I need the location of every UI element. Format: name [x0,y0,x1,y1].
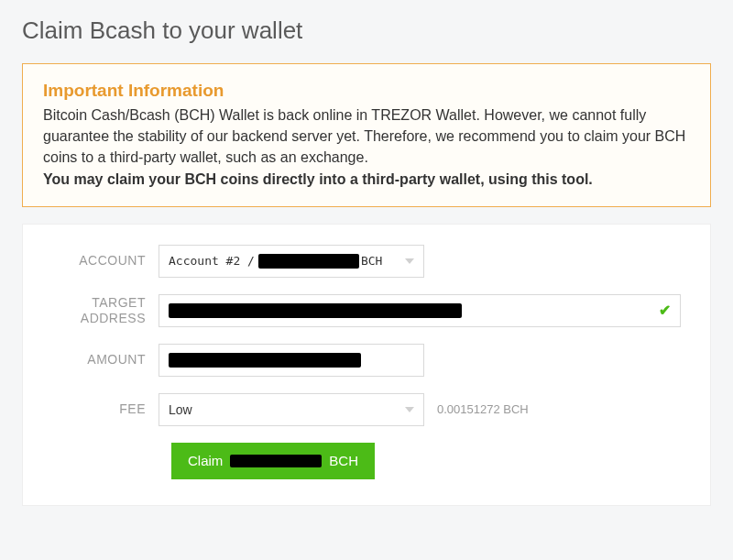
target-address-label: TARGET ADDRESS [49,295,159,326]
amount-redacted [169,353,361,368]
account-label: ACCOUNT [49,253,159,269]
amount-label: AMOUNT [49,352,159,368]
chevron-down-icon [405,258,414,264]
target-address-redacted [169,303,462,318]
account-prefix: Account #2 / [169,254,255,268]
target-address-input[interactable]: ✔ [159,294,681,327]
check-icon: ✔ [659,302,671,319]
amount-input[interactable] [159,344,424,377]
page-title: Claim Bcash to your wallet [22,16,711,45]
claim-button-suffix: BCH [329,453,358,468]
important-notice: Important Information Bitcoin Cash/Bcash… [22,63,711,207]
account-select[interactable]: Account #2 / BCH [159,245,424,278]
claim-button[interactable]: Claim BCH [171,443,375,479]
fee-display: 0.00151272 BCH [437,402,529,416]
fee-label: FEE [49,401,159,417]
fee-select[interactable]: Low [159,393,424,426]
claim-button-prefix: Claim [188,453,223,468]
notice-body: Bitcoin Cash/Bcash (BCH) Wallet is back … [43,104,690,190]
account-redacted [258,254,359,269]
account-suffix: BCH [361,254,382,268]
notice-text-1: Bitcoin Cash/Bcash (BCH) Wallet is back … [43,107,685,165]
claim-form: ACCOUNT Account #2 / BCH TARGET ADDRESS … [22,224,711,506]
notice-text-bold: You may claim your BCH coins directly in… [43,171,593,187]
notice-title: Important Information [43,81,690,101]
fee-selected: Low [169,402,192,417]
chevron-down-icon [405,407,414,412]
claim-amount-redacted [230,455,322,467]
